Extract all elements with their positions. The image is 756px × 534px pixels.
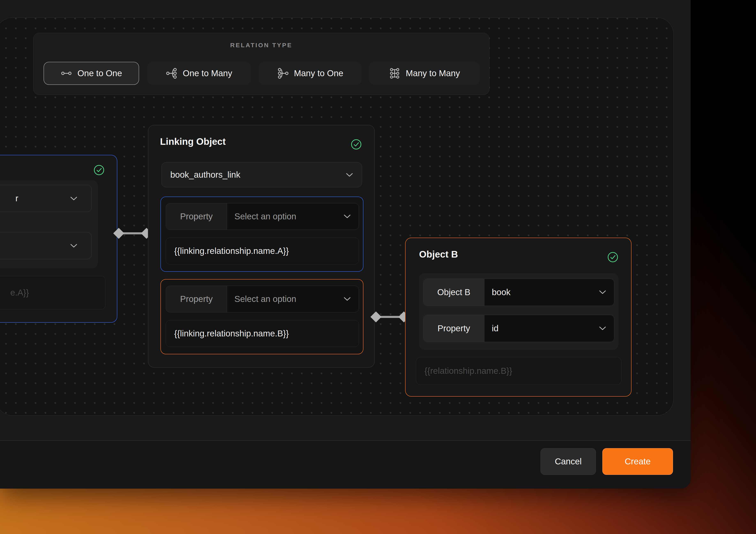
check-circle-icon: [351, 139, 362, 150]
one-to-many-icon: [166, 67, 177, 79]
object-a-card: r e.A}}: [0, 155, 117, 323]
object-b-name-input[interactable]: {{relationship.name.B}}: [416, 357, 621, 385]
chevron-down-icon: [598, 326, 607, 331]
object-a-dropdown-2[interactable]: [0, 232, 92, 259]
chevron-down-icon: [343, 214, 351, 219]
linking-name-b-input[interactable]: {{linking.relationship.name.B}}: [166, 320, 359, 347]
linking-name-a-input[interactable]: {{linking.relationship.name.A}}: [166, 238, 359, 264]
object-b-row-label: Object B: [423, 279, 484, 306]
relation-type-label: RELATION TYPE: [34, 42, 489, 49]
relation-type-panel: RELATION TYPE One to One One to Many Man…: [33, 33, 489, 95]
relation-type-option-label: Many to Many: [406, 68, 460, 78]
cancel-button-label: Cancel: [555, 457, 582, 467]
object-b-card: Object B Object B book Property id: [405, 238, 632, 397]
chevron-down-icon: [598, 290, 607, 295]
object-b-property-label: Property: [423, 315, 484, 342]
check-circle-icon: [607, 252, 618, 263]
create-button-label: Create: [625, 457, 651, 467]
object-a-name-placeholder: e.A}}: [10, 288, 29, 298]
one-to-one-icon: [61, 67, 72, 79]
chevron-down-icon: [70, 243, 78, 248]
relation-type-option-label: Many to One: [294, 68, 343, 78]
create-relationship-modal: RELATION TYPE One to One One to Many Man…: [0, 0, 691, 489]
many-to-one-icon: [277, 67, 289, 79]
object-b-dropdown[interactable]: Object B book: [423, 279, 614, 306]
cancel-button[interactable]: Cancel: [541, 448, 596, 475]
object-b-property-value: id: [484, 315, 598, 342]
modal-footer: Cancel Create: [0, 441, 691, 489]
relation-type-option-label: One to One: [77, 68, 122, 78]
object-b-name-placeholder: {{relationship.name.B}}: [424, 366, 512, 376]
object-b-inner-panel: Object B book Property id: [419, 273, 618, 350]
linking-mapping-a-section: Property Select an option {{linking.rela…: [160, 197, 364, 272]
check-circle-icon: [94, 165, 105, 175]
linking-object-card: Linking Object book_authors_link Propert…: [148, 125, 375, 368]
relation-type-many-to-one[interactable]: Many to One: [259, 62, 362, 85]
chevron-down-icon: [345, 173, 354, 177]
object-b-title: Object B: [419, 249, 458, 260]
linking-mapping-b-section: Property Select an option {{linking.rela…: [160, 279, 364, 354]
linking-property-a-value: Select an option: [227, 203, 343, 229]
relation-type-many-to-many[interactable]: Many to Many: [369, 62, 480, 85]
linking-object-dropdown-value: book_authors_link: [170, 170, 240, 180]
create-button[interactable]: Create: [602, 448, 673, 475]
linking-name-a-value: {{linking.relationship.name.A}}: [174, 246, 289, 256]
object-b-property-dropdown[interactable]: Property id: [423, 315, 614, 342]
chevron-down-icon: [343, 297, 351, 302]
object-a-dropdown-1[interactable]: r: [0, 185, 92, 212]
linking-property-b-dropdown[interactable]: Property Select an option: [166, 286, 359, 312]
linking-property-a-label: Property: [166, 203, 227, 229]
linking-object-dropdown[interactable]: book_authors_link: [161, 162, 362, 187]
object-b-row-value: book: [484, 279, 598, 306]
object-a-inner-panel: r: [0, 180, 98, 268]
relation-type-one-to-one[interactable]: One to One: [43, 62, 139, 85]
chevron-down-icon: [70, 196, 78, 201]
linking-name-b-value: {{linking.relationship.name.B}}: [174, 329, 289, 338]
relation-type-one-to-many[interactable]: One to Many: [147, 62, 251, 85]
linking-property-b-label: Property: [166, 286, 227, 312]
linking-property-a-dropdown[interactable]: Property Select an option: [166, 203, 359, 230]
linking-property-b-value: Select an option: [227, 286, 343, 312]
many-to-many-icon: [389, 67, 400, 79]
linking-object-title: Linking Object: [160, 136, 226, 147]
relation-type-option-label: One to Many: [183, 68, 232, 78]
object-a-name-input[interactable]: e.A}}: [0, 276, 105, 309]
object-a-dropdown-1-value: r: [15, 194, 18, 203]
